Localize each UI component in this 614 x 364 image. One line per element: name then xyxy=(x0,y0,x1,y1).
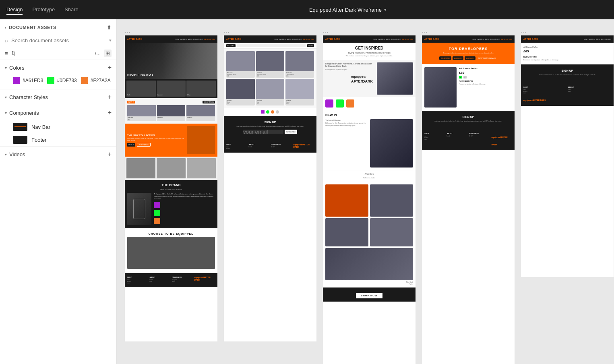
wf-cat-sale[interactable]: Sale xyxy=(126,81,156,97)
wf-brand-body: At Equipped After Dark, We all about bei… xyxy=(127,193,215,225)
tab-prototype[interactable]: Prototype xyxy=(32,5,55,15)
search-dropdown-icon[interactable]: ▾ xyxy=(109,38,112,43)
wf-color-green xyxy=(154,210,160,216)
top-bar: Design Prototype Share Equipped After Da… xyxy=(0,0,614,19)
wf-product-3[interactable]: Reflective xyxy=(186,105,215,121)
wf-gallery-6[interactable]: Balance Sport £69 xyxy=(285,79,314,105)
wireframe-frame-5[interactable]: AFTER DARK NEW WOMEN MEN BE INSPIRED All… xyxy=(521,35,614,277)
char-styles-add-icon[interactable]: + xyxy=(108,93,112,101)
search-icon: ⌕ xyxy=(5,37,8,43)
wf-email-input[interactable] xyxy=(243,130,283,134)
back-icon[interactable]: ‹ xyxy=(5,25,6,30)
search-input[interactable] xyxy=(11,37,106,43)
wf-more-img-red[interactable] xyxy=(325,184,368,217)
title-chevron-icon[interactable]: ▾ xyxy=(384,7,387,12)
wf-product-2[interactable]: Reflective xyxy=(157,105,186,121)
wf-mp-2[interactable] xyxy=(157,158,186,178)
wf-signup: SIGN UP Join our newsletter to be the fi… xyxy=(224,116,316,140)
components-section-header[interactable]: ▾ Components + xyxy=(0,105,116,120)
grid-view-toggle[interactable]: ⊞ xyxy=(104,50,112,57)
color-item-purple[interactable]: #A61ED3 xyxy=(13,77,43,84)
tab-share[interactable]: Share xyxy=(64,5,79,15)
wf-brand-logo-svg: equipped/ AFTER DARK xyxy=(350,73,374,85)
components-add-icon[interactable]: + xyxy=(108,109,112,116)
sidebar-header-left: ‹ DOCUMENT ASSETS xyxy=(5,25,56,30)
wf-categories: Sale Women Man xyxy=(125,79,217,98)
svg-text:equipped/: equipped/ xyxy=(351,75,367,79)
character-styles-section: ▾ Character Styles + xyxy=(0,89,116,105)
wireframe-frame-1[interactable]: AFTER DARK NEW WOMEN MEN BE INSPIRED DEV… xyxy=(125,35,217,341)
frame-col-1: ... AFTER DARK NEW WOMEN MEN BE INSPIRED… xyxy=(125,27,217,341)
videos-arrow-icon: ▾ xyxy=(5,152,7,157)
wf-swatch-green xyxy=(336,99,344,108)
wf-inspired-feature: Designed by Dylan Hammond. A brand ambas… xyxy=(323,60,416,97)
document-assets-label: DOCUMENT ASSETS xyxy=(9,25,56,30)
colors-add-icon[interactable]: + xyxy=(108,64,112,71)
wf-filter-btn[interactable]: FILTER ≡ xyxy=(226,44,236,47)
wf-new-in-btn[interactable]: NEW IN xyxy=(127,143,135,147)
wf-logo-2: AFTER DARK xyxy=(226,38,242,40)
wf-mp-3[interactable] xyxy=(187,158,216,178)
components-label: Components xyxy=(9,110,39,116)
tab-design[interactable]: Design xyxy=(6,5,23,15)
wf-cat-man[interactable]: Man xyxy=(186,81,216,97)
color-item-green[interactable]: #0DF733 xyxy=(47,77,76,84)
wf-more-img-3[interactable] xyxy=(325,218,368,246)
wireframe-frame-4[interactable]: AFTER DARK NEW WOMEN MEN BE INSPIRED DEV… xyxy=(422,35,515,364)
component-item-footer[interactable]: Footer xyxy=(0,133,116,146)
videos-section-header[interactable]: ▾ Videos + xyxy=(0,147,116,162)
wf-more-imgs: After Dark Puffer xyxy=(323,182,416,287)
wf-nav-5: AFTER DARK NEW WOMEN MEN BE INSPIRED xyxy=(521,35,614,43)
wf-gallery-4[interactable]: Balance Sport £69 xyxy=(226,79,255,105)
canvas[interactable]: ... AFTER DARK NEW WOMEN MEN BE INSPIRED… xyxy=(117,19,614,364)
char-styles-arrow-icon: ▾ xyxy=(5,95,7,99)
wf-sort-btn[interactable]: SORT xyxy=(307,44,314,47)
wf-nav-links-1: NEW WOMEN MEN BE INSPIRED DEVELOPERS xyxy=(176,38,215,40)
wf-subscribe-btn[interactable]: SUBSCRIBE xyxy=(285,130,297,134)
wf-product-1[interactable]: After Dark £65 xyxy=(127,105,156,121)
navbar-label: Nav Bar xyxy=(31,124,50,130)
wf-gallery-2[interactable]: All Bases Reflective Hoodie £69 xyxy=(256,51,285,78)
wf-brand-title: THE BRAND xyxy=(127,183,215,187)
component-item-navbar[interactable]: Nav Bar xyxy=(0,120,116,133)
wf-cat-women[interactable]: Women xyxy=(157,81,186,97)
list-view-toggle[interactable]: /... xyxy=(95,50,101,56)
colors-section-header[interactable]: ▾ Colors + xyxy=(0,60,116,75)
filter-adjust-icon[interactable]: ⇅ xyxy=(11,50,16,56)
wf-newin-title: NEW IN xyxy=(325,113,413,117)
character-styles-header[interactable]: ▾ Character Styles + xyxy=(0,89,116,105)
frame-1-dots: ... xyxy=(125,27,217,34)
wf-coll-btn1[interactable]: NEW IN xyxy=(127,101,135,103)
wf-more-img-blue[interactable] xyxy=(370,184,413,217)
wf-footer-4: SHOP new women men ABOUT brand FOLLOW US… xyxy=(422,129,515,150)
wf-inspired-title: GET INSPIRED xyxy=(325,46,413,50)
wf-inspiration-btn[interactable]: INSPIRATION xyxy=(137,143,150,147)
videos-add-icon[interactable]: + xyxy=(108,151,112,158)
wf-mp-1[interactable] xyxy=(126,158,155,178)
wf-brand-sub: Delve into what we're all about xyxy=(127,188,215,190)
wf-gallery-1[interactable]: After Dark Reflective Jacket £65 xyxy=(226,51,255,78)
filter-bar: ≡ ⇅ /... ⊞ xyxy=(0,47,116,60)
wireframe-frame-3[interactable]: AFTER DARK NEW WOMEN MEN BE INSPIRED DEV… xyxy=(323,35,416,364)
frame-col-5: ... AFTER DARK NEW WOMEN MEN BE INSPIRED… xyxy=(521,27,614,277)
wf-signup-5: SIGN UP Join our newsletter to be the fi… xyxy=(521,64,614,83)
wf-brand-colors xyxy=(154,202,215,224)
wf-portrait-img[interactable] xyxy=(325,248,413,280)
wf-more-img-4[interactable] xyxy=(370,218,413,246)
wf-color-orange xyxy=(154,218,160,224)
wf-gallery-3[interactable]: Reflective Tote Trousers £65 xyxy=(285,51,314,78)
filter-icon[interactable]: ≡ xyxy=(5,50,8,56)
wf-coll-btn2[interactable]: INSPIRATION xyxy=(203,101,215,103)
character-styles-label: Character Styles xyxy=(9,94,48,100)
wireframe-frame-2[interactable]: AFTER DARK NEW WOMEN MEN BE INSPIRED DEV… xyxy=(224,35,316,341)
color-item-orange[interactable]: #F27A2A xyxy=(81,77,111,84)
wf-filter-input[interactable] xyxy=(237,44,306,47)
wf-newin-main-img[interactable] xyxy=(370,119,413,168)
upload-icon[interactable]: ⬆ xyxy=(107,24,112,31)
wf-footer-logo-4: equipped/AFTER DARK xyxy=(492,136,508,146)
wf-shopnow-btn[interactable]: SHOP NOW xyxy=(356,293,382,298)
wf-footer-5: SHOP new women men ABOUT brand team equi… xyxy=(521,83,614,106)
wf-footer-logo-2: equipped/AFTER DARK xyxy=(294,143,314,148)
colors-label: Colors xyxy=(9,65,25,71)
wf-gallery-5[interactable]: Reflective Tote £65 xyxy=(256,79,285,105)
